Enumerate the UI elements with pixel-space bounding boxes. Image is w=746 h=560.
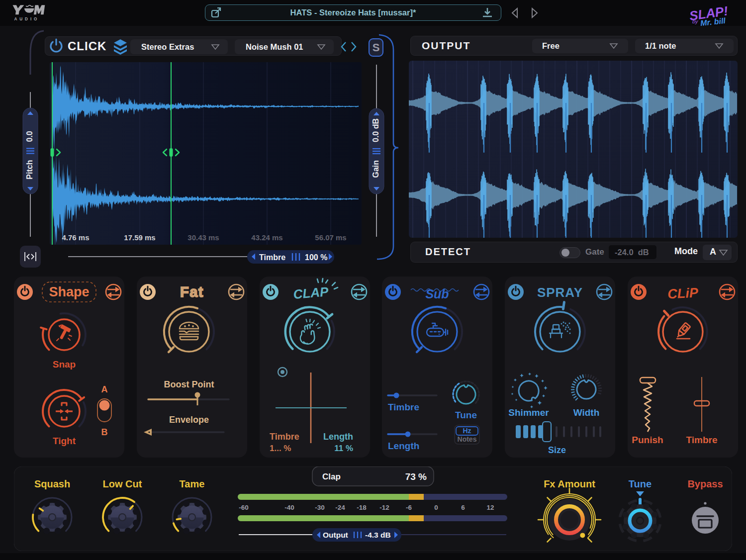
svg-text:-24: -24	[335, 504, 345, 511]
svg-text:Notes: Notes	[458, 435, 477, 443]
svg-text:Tune: Tune	[629, 478, 652, 489]
svg-text:CLAP: CLAP	[292, 284, 329, 302]
svg-text:Gain: Gain	[372, 160, 380, 178]
svg-text:Pitch: Pitch	[25, 160, 34, 180]
svg-text:43.24 ms: 43.24 ms	[251, 233, 282, 242]
svg-text:Timbre: Timbre	[388, 402, 419, 412]
svg-text:Boost Point: Boost Point	[164, 379, 214, 389]
svg-text:Tune: Tune	[455, 410, 477, 420]
svg-text:6: 6	[461, 504, 465, 511]
svg-text:0: 0	[434, 504, 438, 511]
svg-text:Tight: Tight	[53, 436, 76, 446]
svg-text:Sub: Sub	[425, 287, 449, 301]
svg-text:A: A	[101, 384, 108, 394]
svg-text:Fat: Fat	[180, 284, 204, 300]
svg-text:Length: Length	[388, 441, 419, 451]
svg-text:11 %: 11 %	[334, 444, 353, 453]
svg-text:Fx Amount: Fx Amount	[544, 478, 595, 489]
svg-text:Hz: Hz	[463, 427, 471, 435]
svg-text:Width: Width	[573, 407, 600, 418]
svg-text:CLiP: CLiP	[667, 285, 699, 301]
svg-text:Shimmer: Shimmer	[508, 407, 549, 418]
svg-text:Timbre: Timbre	[270, 432, 299, 442]
svg-text:-60: -60	[239, 504, 249, 511]
svg-text:SPRAY: SPRAY	[537, 285, 583, 300]
svg-text:30.43 ms: 30.43 ms	[187, 233, 219, 242]
svg-text:B: B	[101, 427, 108, 437]
svg-text:17.59 ms: 17.59 ms	[124, 233, 155, 242]
svg-text:4.76 ms: 4.76 ms	[62, 233, 89, 242]
svg-text:Bypass: Bypass	[687, 478, 723, 489]
svg-text:Timbre: Timbre	[686, 435, 717, 445]
svg-text:Length: Length	[323, 432, 353, 442]
svg-text:-40: -40	[284, 504, 294, 511]
svg-text:Low Cut: Low Cut	[103, 478, 142, 489]
svg-text:12: 12	[486, 504, 494, 511]
svg-text:-6: -6	[406, 504, 412, 511]
svg-text:-4.3 dB: -4.3 dB	[365, 531, 391, 539]
svg-text:by: by	[692, 18, 699, 24]
svg-text:Size: Size	[548, 445, 566, 455]
svg-text:Timbre: Timbre	[259, 253, 285, 262]
svg-text:-18: -18	[357, 504, 367, 511]
svg-text:-12: -12	[379, 504, 389, 511]
svg-text:Envelope: Envelope	[169, 415, 209, 425]
svg-text:Punish: Punish	[632, 435, 663, 445]
svg-text:Squash: Squash	[34, 478, 70, 489]
svg-text:Shape: Shape	[49, 284, 89, 299]
svg-text:Tame: Tame	[180, 478, 205, 489]
svg-text:56.07 ms: 56.07 ms	[315, 233, 346, 242]
svg-text:0.0: 0.0	[25, 131, 34, 142]
svg-text:Clap: Clap	[322, 472, 341, 481]
svg-text:73 %: 73 %	[405, 471, 427, 482]
svg-text:1... %: 1... %	[270, 444, 291, 453]
svg-text:-30: -30	[315, 504, 325, 511]
svg-text:Output: Output	[323, 531, 348, 539]
svg-text:100 %: 100 %	[305, 253, 327, 262]
svg-text:0.0 dB: 0.0 dB	[372, 118, 380, 142]
svg-text:Snap: Snap	[53, 359, 76, 370]
